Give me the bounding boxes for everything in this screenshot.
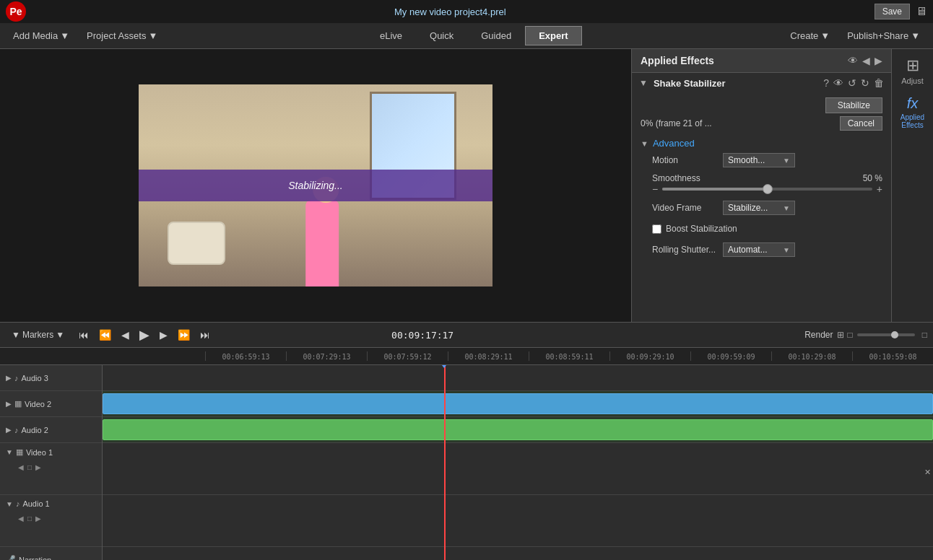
advanced-section: ▼ Advanced Motion Smooth... ▼ Smoothness (632, 135, 891, 260)
adjust-icon: ⊞ (906, 56, 919, 75)
playhead[interactable] (444, 365, 446, 560)
transport-bar: ▼ Markers ▼ ⏮ ⏪ ◀ ▶ ▶ ⏩ ⏭ 00:09:17:17 Re… (0, 322, 933, 348)
ruler-mark-6: 00:09:59:09 (690, 351, 771, 361)
nav-tabs: eLive Quick Guided Expert (366, 26, 582, 45)
create-button[interactable]: Create ▼ (783, 27, 837, 44)
audio1-mini-btn-1[interactable]: ◀ (17, 514, 25, 523)
slider-thumb[interactable] (763, 184, 773, 194)
frame-forward-button[interactable]: ▶ (157, 328, 170, 342)
audio1-expand-icon[interactable]: ▼ (6, 500, 13, 508)
video2-clip[interactable] (103, 393, 933, 414)
advanced-header[interactable]: ▼ Advanced (641, 138, 882, 149)
audio3-expand-icon[interactable]: ▶ (6, 374, 12, 382)
girl-legs (305, 258, 339, 286)
tab-guided[interactable]: Guided (467, 26, 525, 45)
render-button[interactable]: Render (804, 330, 833, 340)
track-labels: ▶ ♪ Audio 3 ▶ ▦ Video 2 ▶ ♪ Audio 2 ▼ ▦ … (0, 365, 103, 560)
rolling-shutter-dropdown-arrow: ▼ (783, 246, 790, 254)
video1-name: Video 1 (26, 448, 53, 457)
publish-share-button[interactable]: Publish+Share ▼ (840, 27, 927, 44)
effect-collapse-icon[interactable]: ▼ (639, 78, 648, 88)
ruler-mark-8: 00:10:59:08 (852, 351, 933, 361)
frame-back-button[interactable]: ◀ (118, 328, 132, 342)
audio3-track-row[interactable] (103, 365, 933, 391)
render-icon-1[interactable]: ⊞ (837, 330, 844, 340)
video1-mini-btn-3[interactable]: ▶ (35, 463, 42, 472)
audio2-clip[interactable] (103, 419, 933, 440)
video1-mini-btn-1[interactable]: ◀ (17, 463, 25, 472)
video2-track-row[interactable] (103, 391, 933, 417)
audio3-name: Audio 3 (22, 374, 48, 382)
go-to-end-button[interactable]: ⏭ (197, 328, 213, 342)
visibility-icon[interactable]: 👁 (833, 77, 843, 89)
timeline-zoom-slider[interactable] (857, 333, 915, 336)
narration-track-row[interactable] (103, 547, 933, 560)
project-title: My new video project4.prel (394, 6, 506, 17)
tab-expert[interactable]: Expert (525, 26, 581, 45)
dropdown-arrow-icon2: ▼ (148, 30, 157, 41)
step-forward-button[interactable]: ⏩ (175, 328, 193, 342)
audio1-mini-btn-2[interactable]: □ (27, 514, 32, 523)
stabilize-button[interactable]: Stabilize (825, 97, 882, 113)
audio1-track-row[interactable] (103, 495, 933, 547)
video1-track-row[interactable]: ✕ (103, 443, 933, 495)
play-button[interactable]: ▶ (136, 325, 152, 344)
timecode-display: 00:09:17:17 (391, 330, 454, 341)
monitor-icon: 🖥 (916, 5, 927, 18)
smoothness-header-row: Smoothness 50 % (652, 173, 882, 183)
boost-checkbox[interactable] (652, 224, 661, 234)
adjust-button[interactable]: ⊞ Adjust (895, 52, 931, 89)
track-label-audio1: ▼ ♪ Audio 1 ◀ □ ▶ (0, 495, 102, 547)
save-button[interactable]: Save (875, 4, 910, 19)
markers-label: Markers (22, 330, 53, 340)
slider-plus-icon[interactable]: + (877, 183, 882, 195)
transport-controls: ⏮ ⏪ ◀ ▶ ▶ ⏩ ⏭ (76, 325, 213, 344)
video2-type-icon: ▦ (14, 399, 22, 408)
delete-icon[interactable]: 🗑 (874, 77, 884, 89)
tab-elive[interactable]: eLive (366, 26, 416, 45)
cancel-button[interactable]: Cancel (840, 116, 882, 131)
motion-value: Smooth... (728, 155, 765, 165)
chevron-left-icon[interactable]: ◀ (862, 55, 870, 66)
refresh-icon[interactable]: ↻ (861, 77, 869, 89)
slider-fill (662, 188, 767, 191)
reset-icon[interactable]: ↺ (848, 77, 856, 89)
help-icon[interactable]: ? (823, 77, 829, 89)
ruler-mark-5: 00:09:29:10 (609, 351, 690, 361)
timeline-expand-button[interactable]: □ (922, 330, 927, 340)
project-assets-button[interactable]: Project Assets ▼ (79, 27, 165, 44)
tab-quick[interactable]: Quick (416, 26, 467, 45)
audio2-track-row[interactable] (103, 417, 933, 443)
slider-minus-icon[interactable]: − (652, 183, 658, 195)
eye-icon[interactable]: 👁 (848, 55, 858, 66)
smoothness-label: Smoothness (652, 173, 700, 183)
track-label-audio2: ▶ ♪ Audio 2 (0, 417, 102, 443)
video2-expand-icon[interactable]: ▶ (6, 400, 12, 408)
ruler-mark-0: 00:06:59:13 (205, 351, 286, 361)
motion-dropdown-arrow: ▼ (783, 157, 790, 165)
video-frame-label: Video Frame (652, 203, 717, 213)
motion-dropdown[interactable]: Smooth... ▼ (723, 153, 795, 167)
ruler-mark-1: 00:07:29:13 (286, 351, 367, 361)
track-label-video2: ▶ ▦ Video 2 (0, 391, 102, 417)
applied-effects-sidebar-button[interactable]: fx Applied Effects (895, 91, 931, 134)
rolling-shutter-value: Automat... (728, 245, 768, 255)
render-icon-2[interactable]: □ (847, 330, 852, 340)
audio1-mini-btn-3[interactable]: ▶ (35, 514, 42, 523)
smoothness-slider[interactable] (662, 188, 872, 191)
publish-dropdown-icon: ▼ (911, 30, 920, 41)
video1-mini-btn-2[interactable]: □ (27, 463, 32, 472)
video1-expand-icon[interactable]: ▼ (6, 448, 13, 456)
stabilizing-overlay: Stabilizing... (139, 170, 492, 201)
step-back-button[interactable]: ⏪ (96, 328, 114, 342)
go-to-start-button[interactable]: ⏮ (76, 328, 92, 342)
markers-button[interactable]: ▼ Markers ▼ (6, 328, 70, 342)
audio2-expand-icon[interactable]: ▶ (6, 426, 12, 434)
chevron-right-icon[interactable]: ▶ (875, 55, 882, 66)
applied-effects-title: Applied Effects (641, 55, 714, 66)
rolling-shutter-dropdown[interactable]: Automat... ▼ (723, 242, 795, 257)
video-frame-dropdown[interactable]: Stabilize... ▼ (723, 201, 795, 215)
track-label-audio3: ▶ ♪ Audio 3 (0, 365, 102, 391)
add-media-button[interactable]: Add Media ▼ (6, 27, 77, 44)
track-content: ✕ (103, 365, 933, 560)
